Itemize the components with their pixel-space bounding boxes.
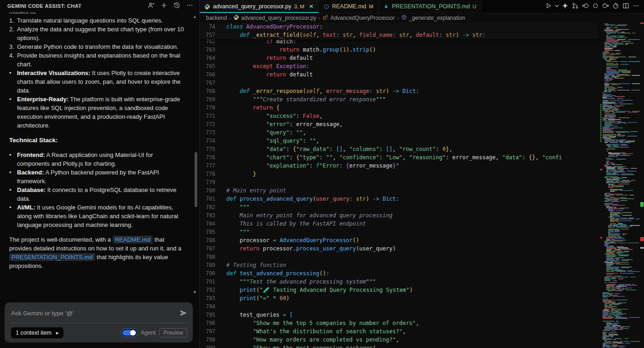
code-line[interactable]: 770 return { [200,104,598,112]
code-line[interactable]: 772 "error": error_message, [200,120,598,128]
code-line[interactable]: 790def test_advanced_processing(): [200,269,598,278]
line-number[interactable]: 763 [200,46,226,54]
code-line[interactable]: 794 [200,302,598,311]
code-text[interactable]: def _extract_field(self, text: str, fiel… [226,31,598,39]
code-text[interactable] [226,79,598,87]
code-editor[interactable]: 762 if match:763 return match.group(1).s… [200,23,644,348]
breadcrumb-item[interactable]: AdvancedQueryProcessor [322,14,395,22]
code-line[interactable]: 796 "Show me the top 5 companies by numb… [200,319,598,327]
code-line[interactable]: 773 "query": "", [200,128,598,137]
line-number[interactable]: 791 [200,278,226,286]
code-line[interactable]: 74class AdvancedQueryProcessor: [200,23,598,31]
code-text[interactable]: "Show me the most expensive packages" [226,344,598,348]
next-change-button[interactable] [601,1,610,12]
more-actions-button[interactable] [631,1,640,12]
split-editor-button[interactable] [621,1,630,12]
code-text[interactable]: "error": error_message, [226,120,598,128]
code-line[interactable]: 786 processor = AdvancedQueryProcessor() [200,236,598,244]
line-number[interactable]: 792 [200,286,226,294]
agent-toggle[interactable] [121,329,137,336]
line-number[interactable]: 766 [200,70,226,79]
code-text[interactable]: # Main entry point [226,186,598,195]
code-text[interactable]: return processor.process_user_query(user… [226,244,598,253]
code-text[interactable]: class AdvancedQueryProcessor: [226,23,598,31]
line-number[interactable]: 765 [200,62,226,70]
code-line[interactable]: 795 test_queries = [ [200,311,598,319]
code-line[interactable]: 792 print("🧪 Testing Advanced Query Proc… [200,286,598,294]
changes-button[interactable] [591,1,600,12]
code-line[interactable]: 778 } [200,170,598,178]
overview-ruler[interactable] [640,23,644,348]
line-number[interactable]: 785 [200,228,226,236]
code-line[interactable]: 787 return processor.process_user_query(… [200,244,598,253]
line-number[interactable]: 796 [200,319,226,327]
code-text[interactable] [226,302,598,311]
code-text[interactable]: "success": False, [226,112,598,120]
gemini-sparkle-button[interactable] [560,1,569,12]
code-line[interactable]: 763 return match.group(1).strip() [200,46,598,54]
line-number[interactable]: 774 [200,137,226,145]
line-number[interactable]: 795 [200,311,226,319]
code-text[interactable]: This is called by the FastAPI endpoint [226,220,598,228]
line-number[interactable]: 781 [200,195,226,203]
code-text[interactable]: processor = AdvancedQueryProcessor() [226,236,598,244]
code-line[interactable]: 784 This is called by the FastAPI endpoi… [200,220,598,228]
chat-scrollbar[interactable] [195,152,197,207]
line-number[interactable]: 770 [200,104,226,112]
code-text[interactable]: return { [226,104,598,112]
tab-advanced-query-processor[interactable]: advanced_query_processor.py3, M✕ [200,0,319,13]
code-line[interactable]: 779 [200,178,598,186]
timeline-button[interactable] [611,1,620,12]
code-text[interactable]: return match.group(1).strip() [226,46,598,54]
code-text[interactable]: test_queries = [ [226,311,598,319]
line-number[interactable]: 790 [200,269,226,278]
code-text[interactable]: return default [226,54,598,62]
chat-input[interactable]: Ask Gemini or type '@' [11,310,179,317]
code-line[interactable]: 768 def _error_response(self, error_mess… [200,87,598,95]
context-items-button[interactable]: 1 context item ▶ [11,327,63,338]
line-number[interactable]: 757 [200,31,226,39]
line-number[interactable]: 773 [200,128,226,137]
minimap[interactable] [600,23,640,348]
code-text[interactable]: "How many orders are completed vs pendin… [226,336,598,344]
code-line[interactable]: 783 Main entry point for advanced query … [200,211,598,220]
code-line[interactable]: 764 return default [200,54,598,62]
line-number[interactable]: 769 [200,95,226,104]
line-number[interactable]: 778 [200,170,226,178]
code-line[interactable]: 776 "chart": {"type": "", "confidence": … [200,153,598,162]
line-number[interactable]: 777 [200,162,226,170]
code-text[interactable]: "data": {"raw_data": [], "columns": [], … [226,145,598,153]
code-line[interactable]: 765 except Exception: [200,62,598,70]
line-number[interactable]: 780 [200,186,226,195]
line-number[interactable]: 798 [200,336,226,344]
code-line[interactable]: 766 return default [200,70,598,79]
line-number[interactable]: 74 [200,23,226,31]
file-link-chip[interactable]: README.md [113,236,153,244]
code-line[interactable]: 780# Main entry point [200,186,598,195]
code-text[interactable]: def _error_response(self, error_message:… [226,87,598,95]
code-text[interactable]: """ [226,228,598,236]
run-dropdown[interactable] [554,1,559,12]
code-text[interactable]: return default [226,70,598,79]
code-text[interactable]: def test_advanced_processing(): [226,269,598,278]
source-control-graph-button[interactable] [570,1,580,12]
run-button[interactable] [544,1,553,12]
code-line[interactable]: 775 "data": {"raw_data": [], "columns": … [200,145,598,153]
code-line[interactable]: 797 "What's the distribution of search s… [200,327,598,336]
code-line[interactable]: 781def process_advanced_query(user_query… [200,195,598,203]
code-line[interactable]: 782 """ [200,203,598,211]
tab-readme[interactable]: README.mdM [319,0,379,13]
line-number[interactable]: 782 [200,203,226,211]
tab-presentation-points[interactable]: PRESENTATION_POINTS.mdU [379,0,482,13]
line-number[interactable]: 771 [200,112,226,120]
code-line[interactable]: 785 """ [200,228,598,236]
code-text[interactable]: """Test the advanced processing system""… [226,278,598,286]
code-text[interactable] [226,253,598,261]
code-line[interactable]: 799 "Show me the most expensive packages… [200,344,598,348]
code-text[interactable]: print("=" * 60) [226,294,598,302]
code-line[interactable]: 793 print("=" * 60) [200,294,598,302]
sticky-scroll[interactable]: 74class AdvancedQueryProcessor:757 def _… [200,23,598,39]
line-number[interactable]: 786 [200,236,226,244]
line-number[interactable]: 768 [200,87,226,95]
line-number[interactable]: 797 [200,327,226,336]
